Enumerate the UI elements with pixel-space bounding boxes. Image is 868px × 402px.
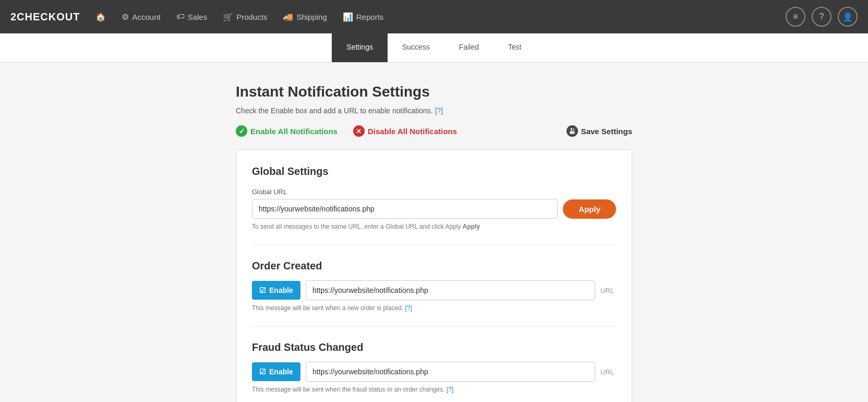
divider-2 [252,326,616,327]
save-settings-button[interactable]: 💾 Save Settings [566,125,632,137]
home-icon: 🏠 [95,12,106,22]
order-created-hint: This message will be sent when a new ord… [252,304,616,312]
nav-shipping-label: Shipping [296,13,327,21]
menu-button[interactable]: ≡ [786,7,805,27]
fraud-status-row: ☑ Enable URL [252,362,616,382]
user-button[interactable]: 👤 [838,7,858,27]
global-url-label: Global URL [252,188,616,196]
nav-account-label: Account [132,13,160,21]
nav-sales-label: Sales [188,13,208,21]
settings-card: Global Settings Global URL Apply To send… [236,149,632,402]
navbar: 2CHECKOUT 🏠 ⚙ Account 🏷 Sales 🛒 Products… [0,0,868,33]
nav-reports[interactable]: 📊 Reports [343,12,384,22]
disable-all-label: Disable All Notifications [368,127,457,136]
gear-icon: ⚙ [122,12,129,22]
tab-settings[interactable]: Settings [332,33,388,62]
save-icon: 💾 [566,125,578,137]
divider-1 [252,245,616,245]
navbar-left: 2CHECKOUT 🏠 ⚙ Account 🏷 Sales 🛒 Products… [10,11,383,23]
apply-button[interactable]: Apply [563,199,616,219]
tab-test[interactable]: Test [493,33,536,62]
global-url-row: Apply [252,199,616,219]
cart-icon: 🛒 [223,12,233,22]
checkbox-checked-icon-2: ☑ [259,368,266,376]
enable-all-label: Enable All Notifications [250,127,337,136]
logo: 2CHECKOUT [10,11,80,23]
actions-row: ✓ Enable All Notifications ✕ Disable All… [236,125,632,137]
page-description: Check the Enable box and add a URL to en… [236,107,632,115]
fraud-status-hint-text: This message will be sent when the fraud… [252,386,445,393]
main-content: Instant Notification Settings Check the … [225,84,643,402]
fraud-status-enable-label: Enable [269,368,293,376]
order-created-url-label: URL [600,287,616,294]
page-title: Instant Notification Settings [236,84,632,100]
order-created-title: Order Created [252,260,616,272]
x-icon: ✕ [353,125,365,137]
fraud-status-help-link[interactable]: [?] [447,386,453,393]
nav-reports-label: Reports [356,13,384,21]
checkbox-checked-icon: ☑ [259,286,266,294]
description-help-link[interactable]: [?] [435,107,443,115]
enable-all-button[interactable]: ✓ Enable All Notifications [236,125,337,137]
check-icon: ✓ [236,125,247,137]
truck-icon: 🚚 [283,12,293,22]
save-settings-label: Save Settings [581,127,632,136]
fraud-status-title: Fraud Status Changed [252,341,616,353]
order-created-enable-button[interactable]: ☑ Enable [252,281,300,300]
fraud-status-url-input[interactable] [306,362,595,382]
global-settings-title: Global Settings [252,165,616,178]
fraud-status-url-label: URL [600,368,616,376]
tag-icon: 🏷 [176,12,185,21]
description-text: Check the Enable box and add a URL to en… [236,107,433,115]
global-url-hint-text: To send all messages to the same URL, en… [252,223,461,230]
global-url-input[interactable] [252,199,558,219]
fraud-status-hint: This message will be sent when the fraud… [252,386,616,393]
order-created-enable-label: Enable [269,286,293,294]
nav-products-label: Products [236,13,267,21]
global-url-hint-apply: Apply [463,223,480,230]
help-button[interactable]: ? [812,7,831,27]
fraud-status-enable-button[interactable]: ☑ Enable [252,362,300,381]
order-created-help-link[interactable]: [?] [405,304,412,312]
nav-sales[interactable]: 🏷 Sales [176,12,208,21]
nav-home[interactable]: 🏠 [95,12,106,22]
sub-nav: Settings Success Failed Test [0,33,868,63]
tab-failed[interactable]: Failed [444,33,493,62]
navbar-right: ≡ ? 👤 [786,7,858,27]
nav-shipping[interactable]: 🚚 Shipping [283,12,327,22]
chart-icon: 📊 [343,12,353,22]
disable-all-button[interactable]: ✕ Disable All Notifications [353,125,457,137]
order-created-hint-text: This message will be sent when a new ord… [252,304,403,312]
order-created-url-input[interactable] [306,280,595,300]
global-url-hint: To send all messages to the same URL, en… [252,223,616,230]
tab-success[interactable]: Success [388,33,444,62]
nav-account[interactable]: ⚙ Account [122,12,160,22]
nav-products[interactable]: 🛒 Products [223,12,267,22]
order-created-row: ☑ Enable URL [252,280,616,300]
